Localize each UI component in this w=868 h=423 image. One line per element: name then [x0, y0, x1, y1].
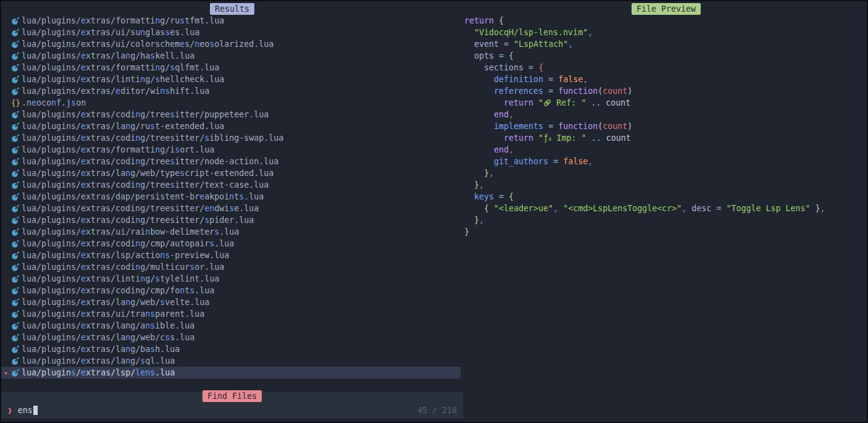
results-counter: 45 / 218 — [417, 406, 457, 415]
file-path: lua/plugins/extras/dap/persistent-breakp… — [22, 191, 264, 203]
find-files-title-badge: Find Files — [202, 390, 262, 402]
match-highlight: n — [145, 309, 150, 319]
result-row[interactable]: ▸lua/plugins/extras/lang/web/svelte.lua — [1, 296, 461, 308]
result-row[interactable]: ▸lua/plugins/extras/lang/sql.lua — [1, 355, 461, 367]
lua-file-icon — [11, 28, 22, 37]
file-path: lua/plugins/extras/lsp/lens.lua — [22, 367, 175, 379]
match-highlight: n — [125, 169, 130, 178]
match-highlight: e — [81, 227, 86, 237]
result-row[interactable]: ▸lua/plugins/extras/coding/treesitter/en… — [1, 203, 461, 214]
code-line: return " Ref: " .. count — [464, 97, 868, 109]
prompt-chevron-icon: ❯ — [7, 406, 12, 415]
results-panel-header: Results — [1, 3, 463, 15]
result-row[interactable]: ▸lua/plugins/extras/ui/transparent.lua — [1, 308, 461, 320]
result-row[interactable]: ▸lua/plugins/extras/coding/treesitter/no… — [1, 156, 461, 167]
result-row[interactable]: ▸lua/plugins/extras/ui/rainbow-delimeter… — [1, 226, 461, 238]
result-row[interactable]: ▸lua/plugins/extras/coding/treesitter/sp… — [1, 214, 461, 226]
result-row[interactable]: ▸lua/plugins/extras/coding/treesitter/si… — [1, 132, 461, 144]
lua-file-icon — [11, 287, 22, 295]
result-row[interactable]: ▸lua/plugins/extras/lang/ansible.lua — [1, 320, 461, 332]
match-highlight: e — [81, 345, 86, 354]
match-highlight: n — [140, 75, 145, 84]
result-row[interactable]: ▸lua/plugins/extras/linting/stylelint.lu… — [1, 273, 461, 285]
match-highlight: n — [160, 251, 165, 260]
result-row[interactable]: ▸lua/plugins/extras/coding/cmp/autopairs… — [1, 238, 461, 249]
selection-caret-icon: ▸ — [1, 179, 11, 191]
selection-caret-icon: ▸ — [1, 27, 11, 38]
selection-caret-icon: ▸ — [1, 191, 11, 203]
prompt-header: Find Files — [1, 390, 463, 402]
result-row[interactable]: ▸lua/plugins/extras/coding/treesitter/te… — [1, 179, 461, 191]
match-highlight: n — [135, 157, 140, 166]
result-row[interactable]: ▸lua/plugins/extras/lang/bash.lua — [1, 343, 461, 355]
result-row[interactable]: ▸lua/plugins/extras/coding/multicursor.l… — [1, 261, 461, 273]
result-row[interactable]: ▸lua/plugins/extras/coding/cmp/fonts.lua — [1, 285, 461, 296]
lua-file-icon — [11, 87, 22, 96]
result-row[interactable]: ▸lua/plugins/extras/ui/colorschemes/neos… — [1, 38, 461, 50]
selection-caret-icon: ▸ — [1, 261, 11, 273]
selection-caret-icon: ▸ — [1, 226, 11, 238]
result-row[interactable]: ▸lua/plugins/extras/editor/winshift.lua — [1, 85, 461, 97]
result-row[interactable]: ▸lua/plugins/extras/lsp/lens.lua — [1, 367, 461, 379]
match-highlight: s — [150, 345, 155, 354]
file-path: lua/plugins/extras/coding/treesitter/spi… — [22, 214, 254, 226]
match-highlight: e — [81, 262, 86, 272]
match-highlight: n — [51, 98, 56, 107]
result-row[interactable]: ▸lua/plugins/extras/linting/shellcheck.l… — [1, 73, 461, 85]
file-path: lua/plugins/extras/coding/multicursor.lu… — [22, 261, 224, 273]
match-highlight: s — [150, 51, 155, 61]
match-highlight: e — [81, 16, 86, 25]
result-row[interactable]: ▸lua/plugins/extras/lang/web/css.lua — [1, 332, 461, 343]
result-row[interactable]: ▸lua/plugins/extras/dap/persistent-break… — [1, 191, 461, 203]
prompt-input[interactable]: ❯ ens 45 / 218 — [1, 403, 463, 417]
selection-caret-icon: ▸ — [1, 285, 11, 296]
file-path: .neoconf.json — [22, 97, 86, 109]
match-highlight: s — [140, 356, 145, 366]
match-highlight: n — [140, 274, 145, 283]
lua-file-icon — [11, 181, 22, 190]
text-cursor — [33, 406, 38, 415]
result-row[interactable]: ▸lua/plugins/extras/lang/haskell.lua — [1, 50, 461, 62]
neovim-telescope-window: Results File Preview ▸lua/plugins/extras… — [0, 0, 868, 423]
lua-file-icon — [11, 228, 22, 237]
result-row[interactable]: ▸lua/plugins/extras/coding/treesitter/pu… — [1, 109, 461, 120]
lua-file-icon — [11, 322, 22, 330]
selection-caret-icon: ▸ — [1, 15, 11, 27]
lua-file-icon — [11, 345, 22, 354]
prompt-window: Find Files ❯ ens 45 / 218 — [1, 392, 463, 419]
selection-caret-icon: ▸ — [1, 73, 11, 85]
result-row[interactable]: ▸lua/plugins/extras/lang/rust-extended.l… — [1, 120, 461, 132]
match-highlight: e — [81, 321, 86, 330]
result-row[interactable]: ▸lua/plugins/extras/formatting/rustfmt.l… — [1, 15, 461, 27]
match-highlight: n — [135, 239, 140, 248]
lua-file-icon — [11, 298, 22, 307]
result-row[interactable]: ▸lua/plugins/extras/lang/web/typescript-… — [1, 167, 461, 179]
lua-file-icon — [11, 64, 22, 72]
file-preview-code: return { "VidocqH/lsp-lens.nvim", event … — [464, 15, 868, 238]
selection-caret-icon: ▸ — [1, 132, 11, 144]
selection-caret-icon: ▸ — [1, 249, 11, 261]
match-highlight: e — [81, 28, 86, 37]
code-line: implements = function(count) — [464, 120, 868, 132]
match-highlight: e — [81, 75, 86, 84]
match-highlight: n — [125, 122, 130, 131]
file-path: lua/plugins/extras/lang/haskell.lua — [22, 50, 194, 62]
file-path: lua/plugins/extras/coding/treesitter/sib… — [22, 132, 283, 144]
match-highlight: n — [125, 51, 130, 61]
result-row[interactable]: ▸lua/plugins/extras/lsp/actions-preview.… — [1, 249, 461, 261]
result-row[interactable]: ▸lua/plugins/extras/formatting/isort.lua — [1, 144, 461, 156]
file-path: lua/plugins/extras/lang/web/typescript-e… — [22, 167, 273, 179]
result-row[interactable]: ▸lua/plugins/extras/formatting/sqlfmt.lu… — [1, 62, 461, 73]
result-row[interactable]: ▸lua/plugins/extras/ui/sunglasses.lua — [1, 27, 461, 38]
match-highlight: s — [155, 75, 160, 84]
file-path: lua/plugins/extras/coding/treesitter/end… — [22, 203, 259, 214]
match-highlight: s — [150, 122, 155, 131]
file-path: lua/plugins/extras/lang/sql.lua — [22, 355, 175, 367]
code-line: } — [464, 226, 868, 238]
match-highlight: s — [150, 321, 155, 330]
code-line: return { — [464, 15, 868, 27]
result-row[interactable]: ▸{}.neoconf.json — [1, 97, 461, 109]
selection-caret-icon: ▸ — [1, 320, 11, 332]
lua-file-icon — [11, 146, 22, 154]
lua-file-icon — [11, 40, 22, 49]
